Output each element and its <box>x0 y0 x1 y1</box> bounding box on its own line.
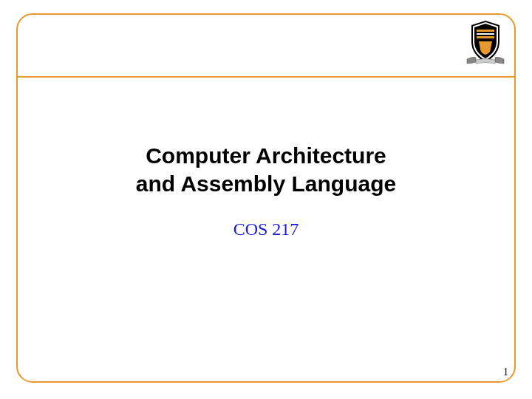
svg-rect-0 <box>477 30 494 32</box>
title-line-1: Computer Architecture <box>0 142 532 170</box>
svg-rect-1 <box>477 33 494 35</box>
page-number: 1 <box>503 366 508 378</box>
svg-rect-2 <box>477 36 494 38</box>
header-divider <box>16 76 516 78</box>
title-block: Computer Architecture and Assembly Langu… <box>0 142 532 239</box>
title-line-2: and Assembly Language <box>0 170 532 198</box>
university-crest-icon <box>466 19 505 66</box>
course-code: COS 217 <box>0 219 532 239</box>
